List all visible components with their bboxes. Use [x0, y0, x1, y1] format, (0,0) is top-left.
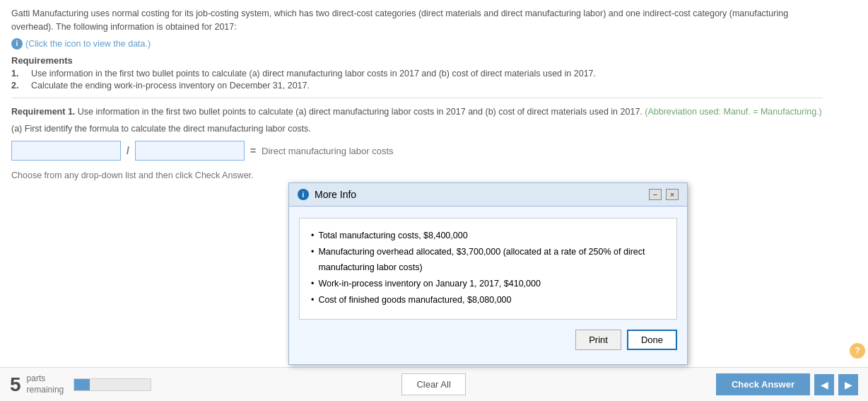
- modal-item-2: Manufacturing overhead allocated, $3,700…: [318, 245, 665, 275]
- modal-close-button[interactable]: ×: [666, 189, 679, 200]
- bullet-icon: •: [311, 293, 314, 308]
- list-item: • Total manufacturing costs, $8,400,000: [311, 228, 665, 243]
- modal-title-group: i More Info: [298, 189, 356, 200]
- bullet-icon: •: [311, 228, 314, 243]
- list-item: • Manufacturing overhead allocated, $3,7…: [311, 245, 665, 275]
- bullet-icon: •: [311, 277, 314, 291]
- modal-body: • Total manufacturing costs, $8,400,000 …: [289, 207, 687, 364]
- modal-footer: Print Done: [299, 330, 677, 353]
- more-info-modal: i More Info − × • Total manufacturing co…: [288, 182, 688, 365]
- done-button[interactable]: Done: [627, 330, 677, 350]
- modal-content-box: • Total manufacturing costs, $8,400,000 …: [299, 218, 677, 320]
- modal-item-3: Work-in-process inventory on January 1, …: [318, 277, 541, 291]
- modal-title: More Info: [315, 189, 356, 200]
- modal-header: i More Info − ×: [289, 183, 687, 207]
- modal-minimize-button[interactable]: −: [649, 189, 662, 200]
- bullet-icon: •: [311, 245, 314, 275]
- modal-item-1: Total manufacturing costs, $8,400,000: [318, 228, 467, 243]
- list-item: • Work-in-process inventory on January 1…: [311, 277, 665, 291]
- modal-controls: − ×: [649, 189, 679, 200]
- print-button[interactable]: Print: [575, 330, 621, 350]
- modal-item-4: Cost of finished goods manufactured, $8,…: [318, 293, 511, 308]
- list-item: • Cost of finished goods manufactured, $…: [311, 293, 665, 308]
- modal-info-icon: i: [298, 189, 309, 200]
- modal-content-list: • Total manufacturing costs, $8,400,000 …: [311, 228, 665, 308]
